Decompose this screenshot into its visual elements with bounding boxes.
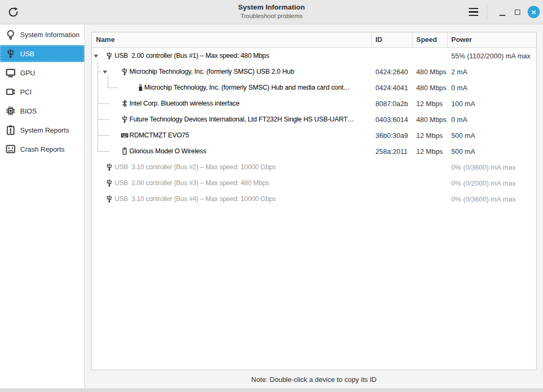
controls-separator xyxy=(487,4,487,20)
column-header-power[interactable]: Power xyxy=(448,32,536,47)
device-table: Name ID Speed Power USB 2.00 controller … xyxy=(91,32,537,370)
device-id: 0424:4041 xyxy=(375,84,408,92)
sidebar-item-label: USB xyxy=(20,50,34,58)
device-power: 100 mA xyxy=(451,100,475,108)
device-id: 0424:2640 xyxy=(375,68,408,76)
device-power: 0% (0/3600) mA max xyxy=(451,195,515,203)
device-speed: 12 Mbps xyxy=(416,147,443,155)
table-row[interactable]: USB 3.10 controller (Bus #4) – Max speed… xyxy=(92,191,536,207)
table-row[interactable]: Microchip Technology, Inc. (formerly SMS… xyxy=(92,64,536,80)
usb-icon xyxy=(120,67,129,76)
footer-note: Note: Double-click a device to copy its … xyxy=(91,376,537,384)
device-name: Intel Corp. Bluetooth wireless interface xyxy=(129,100,240,107)
tree-connector-line xyxy=(98,103,109,104)
app-window: System Information Troubleshoot problems… xyxy=(0,0,543,392)
device-power: 0% (0/2000) mA max xyxy=(451,179,515,187)
sidebar-item-usb[interactable]: USB xyxy=(0,45,84,62)
window-title: System Information xyxy=(106,3,437,12)
mouse-icon xyxy=(120,147,129,155)
device-name-cell: Future Technology Devices International,… xyxy=(92,111,372,127)
minimize-icon xyxy=(500,15,505,16)
tree-connector-line xyxy=(98,151,109,152)
device-name: USB 3.10 controller (Bus #2) – Max speed… xyxy=(115,163,276,171)
tree-connector-line xyxy=(98,119,109,120)
device-name: Future Technology Devices International,… xyxy=(129,116,354,123)
table-row[interactable]: RDMCTMZT EVO7536b0:30a912 Mbps500 mA xyxy=(92,127,536,143)
table-header: Name ID Speed Power xyxy=(92,32,536,48)
column-header-id[interactable]: ID xyxy=(372,32,413,47)
table-row[interactable]: Intel Corp. Bluetooth wireless interface… xyxy=(92,95,536,111)
keyboard-icon xyxy=(120,131,129,140)
table-row[interactable]: USB 2.00 controller (Bus #3) – Max speed… xyxy=(92,175,536,191)
sidebar-item-bios[interactable]: BIOS xyxy=(0,102,84,119)
device-name-cell: RDMCTMZT EVO75 xyxy=(92,127,372,143)
device-name: Microchip Technology, Inc. (formerly SMS… xyxy=(129,68,294,75)
device-name: Microchip Technology, Inc. (formerly SMS… xyxy=(144,84,350,91)
sidebar-item-system-reports[interactable]: System Reports xyxy=(0,121,84,138)
close-icon: × xyxy=(531,8,537,15)
device-power: 0 mA xyxy=(451,116,467,124)
sidebar-item-system-information[interactable]: System Information xyxy=(0,26,84,43)
device-power: 0 mA xyxy=(451,84,467,92)
sidebar-item-pci[interactable]: PCI xyxy=(0,83,84,100)
sidebar-item-label: System Reports xyxy=(20,126,69,134)
sidebar-item-label: Crash Reports xyxy=(20,145,65,153)
flash-drive-icon xyxy=(136,83,145,92)
usb-icon xyxy=(105,195,113,203)
device-name-cell: Intel Corp. Bluetooth wireless interface xyxy=(92,95,372,111)
device-name: Glorious Model O Wireless xyxy=(129,147,206,155)
device-name: USB 2.00 controller (Bus #1) – Max speed… xyxy=(115,52,269,59)
chip-icon xyxy=(5,106,16,116)
expander-chevron-down-icon[interactable] xyxy=(103,71,107,74)
table-row[interactable]: Microchip Technology, Inc. (formerly SMS… xyxy=(92,80,536,95)
device-id: 0403:6014 xyxy=(375,116,408,124)
maximize-button[interactable] xyxy=(511,4,524,20)
minimize-button[interactable] xyxy=(495,4,509,20)
refresh-button[interactable] xyxy=(6,5,20,19)
device-name-cell: USB 3.10 controller (Bus #2) – Max speed… xyxy=(92,159,372,175)
device-name-cell: Microchip Technology, Inc. (formerly SMS… xyxy=(92,64,372,80)
device-speed: 480 Mbps xyxy=(416,84,446,92)
table-row[interactable]: USB 2.00 controller (Bus #1) – Max speed… xyxy=(92,48,536,64)
device-speed: 12 Mbps xyxy=(416,100,443,108)
usb-icon xyxy=(120,115,129,124)
tree-connector-line xyxy=(98,72,102,72)
sidebar-item-label: PCI xyxy=(20,88,32,96)
table-row[interactable]: Glorious Model O Wireless258a:201112 Mbp… xyxy=(92,143,536,159)
usb-icon xyxy=(5,48,16,59)
table-row[interactable]: Future Technology Devices International,… xyxy=(92,111,536,127)
sidebar-item-crash-reports[interactable]: Crash Reports xyxy=(0,141,84,158)
clipboard-alert-icon xyxy=(5,125,16,135)
device-power: 500 mA xyxy=(451,132,475,140)
refresh-icon xyxy=(7,6,19,18)
device-name-cell: Microchip Technology, Inc. (formerly SMS… xyxy=(92,80,372,95)
usb-icon xyxy=(105,51,113,60)
device-name: USB 2.00 controller (Bus #3) – Max speed… xyxy=(115,179,269,187)
usb-icon xyxy=(105,163,113,171)
window-bottom-edge xyxy=(0,388,543,392)
table-row[interactable]: USB 3.10 controller (Bus #2) – Max speed… xyxy=(92,159,536,175)
sidebar-item-label: BIOS xyxy=(20,107,37,115)
device-speed: 12 Mbps xyxy=(416,132,443,140)
device-power: 2 mA xyxy=(451,68,467,76)
close-button[interactable]: × xyxy=(528,6,540,18)
sidebar-item-gpu[interactable]: GPU xyxy=(0,64,84,81)
column-header-speed[interactable]: Speed xyxy=(413,32,448,47)
device-name: USB 3.10 controller (Bus #4) – Max speed… xyxy=(115,195,276,203)
crash-screen-icon xyxy=(5,144,16,154)
lightbulb-icon xyxy=(5,29,16,40)
window-controls: × xyxy=(467,0,540,24)
expander-chevron-down-icon[interactable] xyxy=(94,55,98,58)
usb-icon xyxy=(105,179,113,187)
monitor-icon xyxy=(5,67,16,78)
device-name: RDMCTMZT EVO75 xyxy=(129,132,189,139)
column-header-name[interactable]: Name xyxy=(92,32,372,47)
device-speed: 480 Mbps xyxy=(416,68,446,76)
window-subtitle: Troubleshoot problems xyxy=(106,12,437,20)
hamburger-menu-icon[interactable] xyxy=(467,5,480,19)
sidebar-item-label: GPU xyxy=(20,69,35,77)
tree-connector-line xyxy=(98,135,109,136)
device-power: 500 mA xyxy=(451,147,475,155)
device-name-cell: Glorious Model O Wireless xyxy=(92,143,372,159)
device-power: 55% (1102/2000) mA max xyxy=(451,52,530,60)
